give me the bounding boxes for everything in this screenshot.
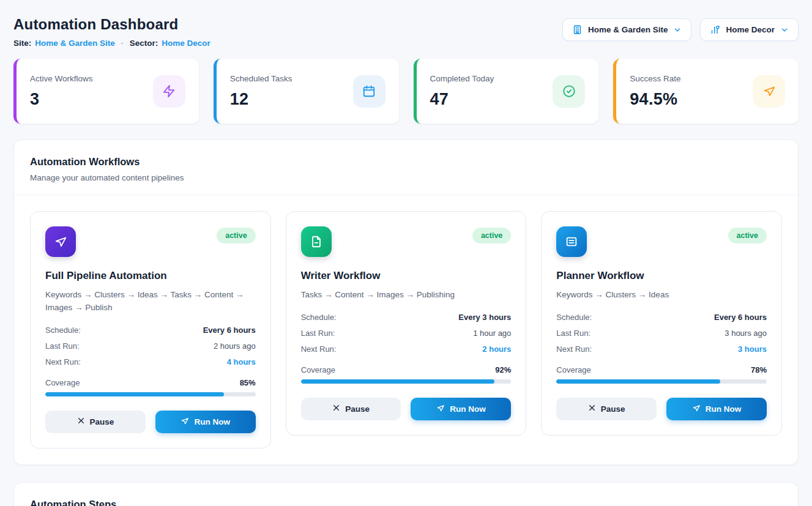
stat-label: Completed Today xyxy=(430,74,494,83)
coverage-progress-fill xyxy=(556,379,720,384)
last-run-value: 2 hours ago xyxy=(214,341,256,351)
workflow-description: Tasks → Content → Images → Publishing xyxy=(301,289,512,302)
workflow-description: Keywords → Clusters → Ideas → Tasks → Co… xyxy=(45,289,256,314)
pause-button-label: Pause xyxy=(601,404,625,414)
schedule-label: Schedule: xyxy=(45,326,81,335)
coverage-label: Coverage xyxy=(556,365,590,374)
stat-value: 47 xyxy=(430,90,494,109)
coverage-progress-fill xyxy=(301,379,494,384)
close-icon xyxy=(77,417,85,426)
stat-label: Scheduled Tasks xyxy=(230,74,292,83)
schedule-row: Schedule: Every 6 hours xyxy=(45,326,256,335)
workflows-section-body: active Full Pipeline Automation Keywords… xyxy=(14,195,798,464)
sector-label: Sector: xyxy=(130,39,158,48)
stat-card-completed-today: Completed Today 47 xyxy=(414,59,599,124)
workflow-actions: Pause Run Now xyxy=(556,398,767,420)
header-left: Automation Dashboard Site: Home & Garden… xyxy=(13,13,210,48)
coverage-label: Coverage xyxy=(301,365,335,374)
coverage-progress-fill xyxy=(45,392,224,396)
list-icon xyxy=(556,226,587,257)
breadcrumb: Site: Home & Garden Site · Sector: Home … xyxy=(13,39,210,48)
next-run-row: Next Run: 3 hours xyxy=(556,344,767,354)
site-selector-label: Home & Garden Site xyxy=(588,25,668,34)
schedule-label: Schedule: xyxy=(556,313,592,322)
last-run-row: Last Run: 3 hours ago xyxy=(556,329,767,338)
site-link[interactable]: Home & Garden Site xyxy=(35,39,115,48)
workflow-cards-grid: active Full Pipeline Automation Keywords… xyxy=(30,211,782,448)
coverage-label: Coverage xyxy=(45,378,80,387)
workflows-section-subtitle: Manage your automated content pipelines xyxy=(30,173,782,182)
stat-value: 3 xyxy=(30,90,93,109)
last-run-row: Last Run: 1 hour ago xyxy=(301,329,512,338)
last-run-row: Last Run: 2 hours ago xyxy=(45,341,256,351)
pause-button[interactable]: Pause xyxy=(301,398,401,420)
send-icon xyxy=(753,75,785,108)
page-header: Automation Dashboard Site: Home & Garden… xyxy=(13,13,799,48)
sector-selector-dropdown[interactable]: Home Decor xyxy=(700,18,799,41)
run-now-button-label: Run Now xyxy=(706,404,742,414)
coverage-row: Coverage 78% xyxy=(556,365,767,374)
workflow-name: Planner Workflow xyxy=(556,270,767,282)
stat-value: 12 xyxy=(230,90,292,109)
schedule-label: Schedule: xyxy=(301,313,337,322)
workflow-actions: Pause Run Now xyxy=(301,398,512,420)
workflow-name: Full Pipeline Automation xyxy=(45,270,256,282)
send-icon xyxy=(181,417,189,427)
steps-section: Automation Steps Configure which steps a… xyxy=(13,482,799,506)
coverage-row: Coverage 92% xyxy=(301,365,512,374)
status-badge: active xyxy=(728,228,767,244)
page-title: Automation Dashboard xyxy=(13,16,210,33)
workflow-name: Writer Workflow xyxy=(301,270,512,282)
last-run-value: 3 hours ago xyxy=(724,329,767,338)
coverage-progress-bar xyxy=(301,379,512,384)
bar-chart-icon xyxy=(710,24,720,35)
run-now-button[interactable]: Run Now xyxy=(155,411,256,433)
chevron-down-icon xyxy=(780,26,789,34)
schedule-row: Schedule: Every 3 hours xyxy=(301,313,512,322)
sector-selector-label: Home Decor xyxy=(726,25,775,34)
coverage-row: Coverage 85% xyxy=(45,378,256,387)
send-icon xyxy=(692,404,701,414)
stat-info: Active Workflows 3 xyxy=(30,74,93,109)
coverage-progress-bar xyxy=(45,392,256,396)
workflow-card-top: active xyxy=(301,226,512,257)
steps-section-header: Automation Steps Configure which steps a… xyxy=(14,483,798,506)
stat-info: Scheduled Tasks 12 xyxy=(230,74,292,109)
next-run-label: Next Run: xyxy=(45,357,81,366)
next-run-value: 4 hours xyxy=(227,357,256,366)
stats-row: Active Workflows 3 Scheduled Tasks 12 Co… xyxy=(13,59,799,124)
next-run-value: 3 hours xyxy=(738,344,767,354)
stat-value: 94.5% xyxy=(630,90,680,109)
workflows-section: Automation Workflows Manage your automat… xyxy=(13,140,799,465)
schedule-row: Schedule: Every 6 hours xyxy=(556,313,767,322)
next-run-label: Next Run: xyxy=(301,344,337,354)
run-now-button[interactable]: Run Now xyxy=(411,398,511,420)
site-label: Site: xyxy=(13,39,31,48)
workflows-section-title: Automation Workflows xyxy=(30,156,782,168)
pause-button[interactable]: Pause xyxy=(45,411,146,433)
workflows-section-header: Automation Workflows Manage your automat… xyxy=(14,140,798,195)
calendar-icon xyxy=(353,75,386,108)
separator-dot: · xyxy=(121,39,124,48)
next-run-label: Next Run: xyxy=(556,344,592,354)
workflow-card-top: active xyxy=(556,226,767,257)
run-now-button[interactable]: Run Now xyxy=(666,398,767,420)
pause-button[interactable]: Pause xyxy=(556,398,657,420)
automation-dashboard-page: Automation Dashboard Site: Home & Garden… xyxy=(0,0,812,506)
coverage-value: 78% xyxy=(751,365,767,374)
document-icon xyxy=(301,226,332,257)
stat-label: Active Workflows xyxy=(30,74,93,83)
stat-info: Success Rate 94.5% xyxy=(630,74,680,109)
close-icon xyxy=(588,404,596,414)
site-selector-dropdown[interactable]: Home & Garden Site xyxy=(562,18,692,41)
run-now-button-label: Run Now xyxy=(450,404,486,414)
workflow-card-full-pipeline: active Full Pipeline Automation Keywords… xyxy=(30,211,271,448)
workflow-card-top: active xyxy=(45,226,256,257)
schedule-value: Every 6 hours xyxy=(714,313,767,322)
schedule-value: Every 3 hours xyxy=(458,313,511,322)
workflow-card-writer: active Writer Workflow Tasks → Content →… xyxy=(286,211,527,436)
next-run-row: Next Run: 2 hours xyxy=(301,344,512,354)
sector-link[interactable]: Home Decor xyxy=(162,39,210,48)
schedule-value: Every 6 hours xyxy=(203,326,256,335)
building-icon xyxy=(572,24,583,35)
